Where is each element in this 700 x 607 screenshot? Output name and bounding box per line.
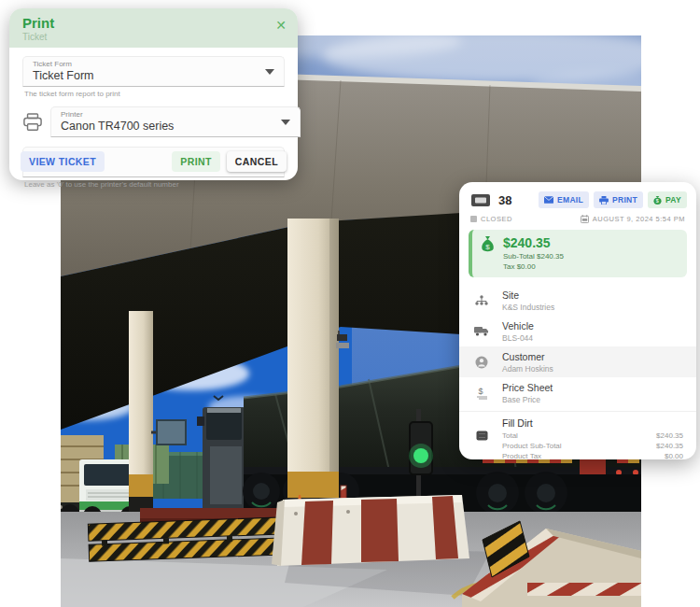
copies-helper: Leave as '0' to use the printer's defaul… (24, 180, 285, 189)
chevron-down-icon (265, 69, 274, 75)
svg-text:$: $ (485, 243, 490, 251)
product-row-label: Product Tax (502, 451, 541, 459)
total-amount: $240.35 (503, 235, 564, 250)
closed-status-icon (470, 216, 477, 222)
center-column (287, 219, 339, 523)
left-column (129, 311, 153, 521)
product-row-value: $240.35 (656, 431, 683, 441)
print-ticket-button-label: PRINT (612, 195, 637, 205)
money-bag-icon: $ (480, 235, 496, 253)
total-box: $ $240.35 Sub-Total $240.35 Tax $0.00 (469, 230, 687, 277)
svg-text:$: $ (478, 387, 483, 396)
print-dialog-title: Print (22, 15, 285, 31)
site-label: Site (502, 289, 554, 301)
customer-value: Adam Hoskins (502, 364, 553, 374)
close-icon[interactable]: ✕ (275, 19, 287, 32)
svg-text:$: $ (656, 198, 659, 204)
email-button-label: EMAIL (557, 195, 583, 205)
print-dialog: Print Ticket ✕ Ticket Form Ticket Form T… (9, 8, 298, 180)
vehicle-row[interactable]: Vehicle BLS-044 (459, 316, 696, 346)
person-icon (475, 356, 488, 369)
price-sheet-label: Price Sheet (502, 382, 553, 393)
product-row-value: $0.00 (665, 451, 683, 459)
product-row-value: $240.35 (656, 441, 683, 451)
sub-total-line: Sub-Total $240.35 (503, 252, 564, 261)
product-icon (476, 431, 488, 441)
trailer-box-red (580, 458, 606, 476)
product-row-label: Product Sub-Total (502, 441, 562, 451)
email-icon (544, 196, 553, 204)
customer-label: Customer (502, 351, 553, 362)
product-row-label: Total (502, 431, 518, 441)
pay-button[interactable]: $ PAY (648, 191, 687, 208)
sign-board (157, 420, 186, 445)
ticket-form-label: Ticket Form (33, 60, 261, 68)
status-badge: CLOSED (481, 215, 512, 223)
pay-button-label: PAY (665, 195, 681, 205)
print-ticket-button[interactable]: PRINT (594, 191, 643, 208)
customer-row[interactable]: Customer Adam Hoskins (459, 346, 696, 377)
print-dialog-header: Print Ticket ✕ (9, 8, 298, 48)
email-button[interactable]: EMAIL (539, 191, 589, 208)
calendar-icon (581, 215, 589, 223)
tax-line: Tax $0.00 (503, 262, 564, 271)
site-row[interactable]: Site K&S Industries (459, 285, 696, 316)
price-sheet-value: Base Price (502, 395, 553, 404)
screen: Print Ticket ✕ Ticket Form Ticket Form T… (0, 0, 700, 607)
product-section: Fill Dirt Total$240.35 Product Sub-Total… (459, 411, 696, 459)
ticket-form-select[interactable]: Ticket Form Ticket Form (22, 56, 285, 87)
vehicle-label: Vehicle (502, 320, 534, 332)
product-name: Fill Dirt (502, 417, 683, 429)
ticket-panel: 38 EMAIL PRINT $ PAY (459, 182, 696, 459)
ticket-form-helper: The ticket form report to print (24, 90, 285, 98)
print-dialog-subtitle: Ticket (22, 32, 285, 42)
printer-icon (22, 113, 43, 132)
printer-select[interactable]: Printer Canon TR4700 series (50, 106, 301, 137)
ticket-timestamp: AUGUST 9, 2024 5:54 PM (593, 215, 685, 223)
chevron-down-icon (281, 120, 290, 125)
site-value: K&S Industries (502, 303, 554, 312)
print-button[interactable]: PRINT (172, 151, 220, 172)
pay-icon: $ (653, 195, 662, 205)
view-ticket-button[interactable]: VIEW TICKET (21, 151, 105, 172)
printer-label: Printer (61, 110, 277, 119)
price-sheet-icon: $ (476, 387, 488, 400)
price-sheet-row[interactable]: $ Price Sheet Base Price (459, 377, 696, 408)
ticket-number: 38 (498, 193, 511, 207)
truck-icon (474, 326, 489, 336)
print-icon (599, 196, 609, 205)
vehicle-value: BLS-044 (502, 333, 534, 343)
printer-value: Canon TR4700 series (61, 120, 277, 133)
ticket-icon (470, 193, 491, 207)
cancel-button[interactable]: CANCEL (227, 151, 287, 172)
sitemap-icon (475, 295, 488, 306)
ticket-form-value: Ticket Form (33, 69, 261, 82)
